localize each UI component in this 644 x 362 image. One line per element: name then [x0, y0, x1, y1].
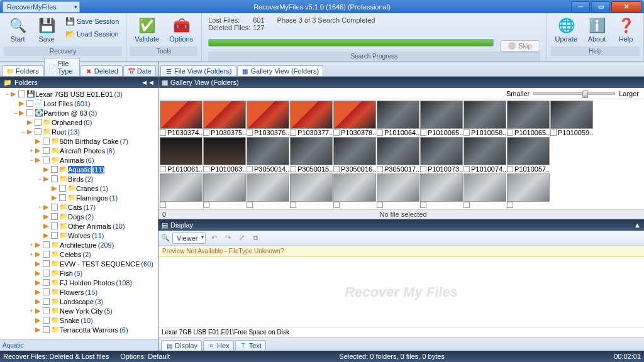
checkbox[interactable] — [377, 202, 383, 208]
about-button[interactable]: ℹ️About — [583, 15, 611, 45]
checkbox[interactable] — [35, 128, 42, 135]
checkbox[interactable] — [290, 129, 296, 136]
checkbox[interactable] — [333, 202, 340, 208]
checkbox[interactable] — [420, 202, 426, 208]
checkbox[interactable] — [203, 202, 209, 208]
app-menu[interactable]: RecoverMyFiles — [3, 1, 80, 13]
tab-file-view[interactable]: ☰File View (Folders) — [160, 65, 236, 76]
tree-node[interactable]: ▶📄Lost Files(601) — [0, 99, 158, 108]
checkbox[interactable] — [290, 166, 296, 172]
checkbox[interactable] — [290, 202, 296, 208]
expand-icon[interactable]: − — [20, 129, 27, 135]
thumbnail-size-slider[interactable] — [533, 92, 615, 95]
tree-node[interactable]: ▶📁Flamingos(1) — [0, 193, 158, 202]
tree-node[interactable]: +▶📁Cats(17) — [0, 202, 158, 212]
checkbox[interactable] — [43, 138, 50, 145]
checkbox[interactable] — [51, 204, 58, 211]
tree-node[interactable]: ▶📁Fish(5) — [0, 268, 158, 278]
checkbox[interactable] — [377, 166, 383, 172]
thumbnail[interactable]: P1030377.... — [290, 101, 333, 136]
save-button[interactable]: 💾 Save — [33, 15, 60, 45]
thumbnail[interactable]: P1010064.... — [377, 101, 419, 136]
checkbox[interactable] — [160, 202, 166, 208]
tree-node[interactable]: ▶📁EVW - TEST SEQUENCE(60) — [0, 259, 158, 268]
rotate-left-icon[interactable]: ↶ — [208, 233, 219, 244]
thumbnail[interactable]: P1010063.... — [203, 137, 246, 173]
thumbnail[interactable]: P1030375.... — [203, 101, 246, 136]
checkbox[interactable] — [247, 129, 253, 136]
thumbnail[interactable]: P3050016.... — [333, 137, 376, 173]
zoom-icon[interactable]: ⤢ — [236, 233, 247, 244]
checkbox[interactable] — [464, 202, 470, 208]
start-button[interactable]: 🔍 Start — [4, 15, 31, 45]
tree-node[interactable]: +▶📁Celebs(2) — [0, 250, 158, 259]
save-session-button[interactable]: 💾Save Session — [62, 15, 122, 28]
thumbnail[interactable]: P1030376.... — [247, 101, 289, 136]
checkbox[interactable] — [59, 194, 66, 201]
tree-node[interactable]: −▶📁Birds(2) — [0, 174, 158, 184]
thumbnail[interactable] — [160, 173, 203, 208]
checkbox[interactable] — [550, 129, 557, 136]
checkbox[interactable] — [43, 270, 50, 277]
tree-node[interactable]: ▶📁Dogs(2) — [0, 212, 158, 221]
tab-deleted[interactable]: ✖Deleted — [80, 65, 123, 76]
tree-node[interactable]: ▶📂Aquatic(11) — [0, 165, 158, 174]
tab-date[interactable]: 📅Date — [123, 65, 156, 76]
update-button[interactable]: 🌐Update — [551, 15, 582, 45]
tree-node[interactable]: −▶📁Animals(6) — [0, 155, 158, 165]
checkbox[interactable] — [43, 260, 50, 267]
tree-node[interactable]: ▶📁Wolves(11) — [0, 231, 158, 240]
thumbnail[interactable] — [290, 173, 333, 208]
tab-text[interactable]: TText — [235, 340, 266, 351]
close-button[interactable]: ✕ — [611, 1, 641, 13]
expand-icon[interactable]: + — [28, 242, 35, 248]
checkbox[interactable] — [333, 129, 340, 136]
checkbox[interactable] — [464, 166, 470, 172]
expand-icon[interactable]: − — [36, 176, 43, 182]
options-button[interactable]: 🧰 Options — [165, 15, 197, 45]
thumbnail[interactable] — [464, 173, 506, 208]
expand-icon[interactable]: + — [28, 148, 35, 154]
tree-node[interactable]: ▶📁Other Animals(10) — [0, 221, 158, 231]
checkbox[interactable] — [59, 185, 66, 192]
checkbox[interactable] — [464, 129, 470, 136]
thumbnail[interactable] — [507, 173, 550, 208]
maximize-button[interactable]: ▭ — [591, 1, 610, 13]
folder-tree[interactable]: −▶💾Lexar 7GB USB E01.E01(3)▶📄Lost Files(… — [0, 88, 158, 339]
tree-node[interactable]: +▶📁Aircraft Photos(6) — [0, 146, 158, 155]
checkbox[interactable] — [160, 129, 166, 136]
checkbox[interactable] — [507, 166, 513, 172]
chevron-left-icon[interactable]: ◄◄ — [141, 79, 155, 86]
chevron-up-icon[interactable]: ▲ — [634, 221, 641, 229]
tab-gallery-view[interactable]: ▦Gallery View (Folders) — [237, 65, 324, 76]
tree-node[interactable]: +▶📁New York City(5) — [0, 306, 158, 315]
tree-node[interactable]: −▶💽Partition @ 63(3) — [0, 108, 158, 118]
skip-button[interactable]: Skip — [500, 40, 540, 52]
viewer-mode-button[interactable]: Viewer — [172, 233, 206, 244]
tab-folders[interactable]: 📁Folders — [2, 65, 43, 76]
tab-display[interactable]: ▤Display — [161, 340, 202, 351]
checkbox[interactable] — [420, 166, 426, 172]
thumbnail[interactable] — [333, 173, 376, 208]
expand-icon[interactable]: + — [28, 251, 35, 258]
checkbox[interactable] — [51, 166, 58, 173]
validate-button[interactable]: ✅ Validate — [130, 15, 164, 45]
tab-file-type[interactable]: 📄File Type — [44, 58, 80, 76]
checkbox[interactable] — [51, 175, 58, 182]
tab-hex[interactable]: ⌗Hex — [203, 340, 234, 351]
checkbox[interactable] — [43, 307, 50, 314]
minimize-button[interactable]: ─ — [571, 1, 590, 13]
thumbnail[interactable]: P1010058.... — [464, 101, 506, 136]
checkbox[interactable] — [35, 119, 42, 126]
load-session-button[interactable]: 📂Load Session — [62, 28, 122, 40]
thumbnail[interactable]: P3050015.... — [290, 137, 333, 173]
thumbnail[interactable]: P1010065.... — [507, 101, 550, 136]
checkbox[interactable] — [43, 326, 50, 333]
expand-icon[interactable]: − — [12, 110, 19, 116]
expand-icon[interactable]: + — [36, 204, 43, 211]
tree-node[interactable]: ▶📁Terracotta Warriors(6) — [0, 325, 158, 334]
tree-node[interactable]: +▶📁Architecture(209) — [0, 240, 158, 250]
tree-node[interactable]: ▶📁Flowers(15) — [0, 287, 158, 297]
checkbox[interactable] — [43, 317, 50, 324]
checkbox[interactable] — [51, 222, 58, 229]
